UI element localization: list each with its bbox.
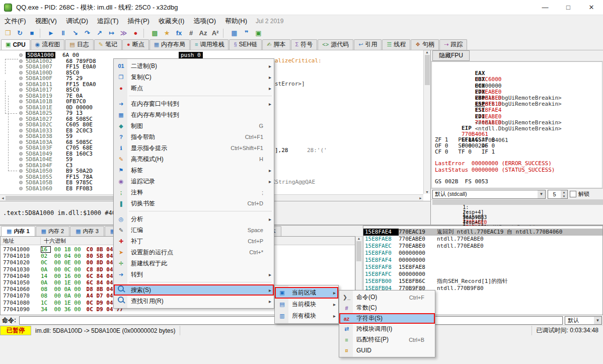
view-tab[interactable]: ✎ 笔记 [94, 39, 122, 50]
context-menu-item[interactable]: ✛ 新建线程于此 [114, 258, 274, 269]
dump-tab[interactable]: ▦ 内存 3 [70, 226, 104, 236]
view-tab[interactable]: ✍ 脚本 [262, 39, 290, 50]
view-tab[interactable]: ☰ 线程 [382, 39, 410, 50]
hide-fpu-button[interactable]: 隐藏FPU [432, 50, 470, 61]
menubar-item[interactable]: 帮助(H) [220, 15, 252, 27]
toolbar-button[interactable]: ↘ [69, 28, 81, 39]
toolbar-button[interactable]: ● [130, 28, 141, 39]
context-menu-item[interactable]: ◎ 分析 ▸ [114, 213, 274, 225]
context-menu-item[interactable]: ? 指令帮助 Ctrl+F1 [114, 131, 274, 142]
breakpoint-dot[interactable] [19, 169, 23, 173]
breakpoint-dot[interactable] [19, 164, 23, 167]
register-row[interactable]: EAX 007C6000 [435, 64, 599, 70]
toolbar-button[interactable]: ▣ [253, 28, 264, 39]
chevron-down-icon[interactable]: ▼ [538, 190, 545, 198]
submenu-item[interactable]: ≡ 匹配特征(P) Ctrl+B [339, 334, 435, 345]
menubar-item[interactable]: 选项(O) [189, 15, 220, 27]
view-tab[interactable]: § SEH链 [229, 39, 262, 50]
breakpoint-dot[interactable] [19, 134, 23, 138]
stack-row[interactable]: 15E8FAF4 00000000 [363, 257, 602, 264]
breakpoint-dot[interactable] [19, 83, 23, 86]
breakpoint-dot[interactable] [19, 59, 23, 63]
toolbar-button[interactable]: ▩ [149, 28, 161, 39]
context-menu-item[interactable]: 01 二进制(B) ▸ [114, 60, 274, 71]
submenu-item[interactable]: ▤ 当前模块 ▸ [275, 299, 338, 310]
view-tab[interactable]: ▦ 内存布局 [149, 39, 190, 50]
toolbar-button[interactable]: ❞ [241, 28, 252, 39]
toolbar-button[interactable]: ↻ [14, 28, 26, 39]
breakpoint-dot[interactable] [19, 152, 23, 156]
breakpoint-dot[interactable] [19, 117, 23, 121]
argument-row[interactable]: 1: [esp+4] 96A59BB3 [432, 200, 603, 205]
context-menu-item[interactable]: ▦ 在内存布局中转到 [114, 109, 274, 120]
breakpoint-dot[interactable] [19, 65, 23, 68]
disasm-vertical-scrollbar[interactable]: ▲▼ [423, 50, 430, 194]
toolbar-button[interactable]: fx [173, 28, 185, 39]
view-tab[interactable]: ● 断点 [122, 39, 149, 50]
stack-row[interactable]: 15E8FAE4 770EAC19 返回到 ntdll.770EAC19 自 n… [363, 229, 602, 236]
breakpoint-dot[interactable] [19, 71, 23, 75]
breakpoint-dot[interactable] [19, 53, 23, 57]
breakpoint-dot[interactable] [19, 123, 23, 126]
toolbar-button[interactable]: A² [209, 28, 221, 39]
maximize-button[interactable]: □ [557, 0, 580, 15]
breakpoint-dot[interactable] [19, 88, 23, 92]
context-menu-item[interactable]: ⚑ 标签 ▸ [114, 165, 274, 176]
view-tab[interactable]: ▣ CPU [1, 39, 30, 50]
toolbar-button[interactable]: ► [45, 28, 57, 39]
toolbar-button[interactable]: ↦ [106, 28, 117, 39]
view-tab[interactable]: Σ 符号 [291, 39, 318, 50]
submenu-item[interactable]: # 常数(C) [339, 303, 435, 313]
context-menu-item[interactable]: ✚ 补丁 Ctrl+P [114, 236, 274, 247]
segment-registers-row[interactable]: GS 002B FS 0053 [435, 179, 599, 185]
context-menu-item[interactable]: ℹ 显示指令提示 Ctrl+Shift+F1 [114, 142, 274, 154]
breakpoint-dot[interactable] [19, 181, 23, 184]
breakpoint-dot[interactable] [19, 106, 23, 109]
toolbar-button[interactable] [143, 29, 147, 38]
breakpoint-dot[interactable] [19, 146, 23, 150]
minimize-button[interactable]: — [534, 0, 557, 15]
toolbar-button[interactable]: Az [197, 28, 209, 39]
toolbar-button[interactable]: ❒ [2, 28, 14, 39]
toolbar-button[interactable]: ▦ [229, 28, 240, 39]
context-menu-item[interactable]: ✎ 汇编 Space [114, 225, 274, 236]
toolbar-button[interactable]: ≫ [118, 28, 129, 39]
view-tab[interactable]: ❖ 句柄 [411, 39, 439, 50]
menubar-item[interactable]: 收藏夹(I) [154, 15, 189, 27]
last-error-row[interactable]: LastError 00000000 (ERROR_SUCCESS) [435, 161, 599, 167]
context-menu-item[interactable]: ✎ 高亮模式(H) H [114, 154, 274, 165]
context-menu-item[interactable]: ❐ 复制(C) ▸ [114, 71, 274, 83]
breakpoint-dot[interactable] [19, 175, 23, 179]
unlock-checkbox[interactable] [570, 191, 576, 197]
context-menu-item[interactable]: ● 断点 ▸ [114, 83, 274, 94]
menubar-item[interactable]: 插件(P) [123, 15, 154, 27]
toolbar-button[interactable]: ■ [26, 28, 38, 39]
view-tab[interactable]: <> 源代码 [318, 39, 353, 50]
context-menu-item[interactable]: ; 注释 ; [114, 187, 274, 198]
dump-tab[interactable]: ▦ 内存 2 [36, 226, 70, 236]
breakpoint-dot[interactable] [19, 140, 23, 144]
menubar-item[interactable]: 文件(F) [0, 15, 31, 27]
submenu-item[interactable]: ⇄ 跨模块调用(I) [339, 324, 435, 334]
command-profile-select[interactable]: 默认 ▼ [565, 316, 602, 325]
arguments-view[interactable]: 1: [esp+4] 96A59BB3 2: [esp+8] 770EABE0 … [431, 199, 603, 225]
context-menu-item[interactable]: 查找引用(R) ▸ [114, 296, 274, 307]
argument-count-stepper[interactable]: 5 ▲▼ [548, 190, 568, 199]
view-tab[interactable]: ↩ 引用 [354, 39, 382, 50]
toolbar-button[interactable]: ↗ [94, 28, 105, 39]
toolbar-button[interactable]: # [185, 28, 197, 39]
submenu-item[interactable]: ¤ GUID [339, 345, 435, 355]
menubar-item[interactable]: 调试(D) [61, 15, 93, 27]
view-tab[interactable]: ◉ 流程图 [31, 39, 65, 50]
context-menu-item[interactable] [114, 94, 274, 98]
submenu-item[interactable]: ▥ 所有模块 ▸ [275, 310, 338, 322]
breakpoint-dot[interactable] [19, 111, 23, 115]
registers-view[interactable]: EAX 007C6000 EBX 00000000 ECX 770EABE0 <… [431, 61, 602, 188]
context-menu-item[interactable]: ◉ 追踪记录 ▸ [114, 176, 274, 187]
breakpoint-dot[interactable] [19, 77, 23, 80]
calling-convention-select[interactable]: 默认 (stdcall) ▼ [432, 190, 546, 199]
menubar-item[interactable]: 追踪(T) [93, 15, 123, 27]
toolbar-button[interactable]: ★ [161, 28, 173, 39]
toolbar-button[interactable]: ↷ [82, 28, 93, 39]
stack-row[interactable]: 15E8FAFC 00000000 [363, 271, 602, 278]
